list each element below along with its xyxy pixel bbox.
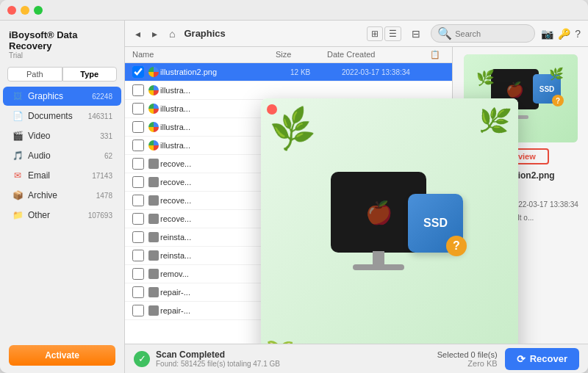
chrome-icon-5 xyxy=(148,140,159,151)
graphics-icon: 🖼 xyxy=(12,90,24,102)
file-size-1: 12 KB xyxy=(290,68,342,76)
maximize-button[interactable] xyxy=(34,6,43,15)
modal-close-button[interactable] xyxy=(267,104,277,115)
minimize-button[interactable] xyxy=(21,6,29,15)
chrome-icon-4 xyxy=(148,122,159,132)
file-checkbox-10[interactable] xyxy=(132,231,144,243)
sidebar-item-documents[interactable]: 📄 Documents 146311 xyxy=(3,106,121,126)
ssd-question-icon: ? xyxy=(446,236,467,256)
scan-complete-icon: ✓ xyxy=(134,351,150,367)
toolbar-title: Graphics xyxy=(184,28,225,39)
titlebar xyxy=(0,0,588,21)
forward-button[interactable]: ▸ xyxy=(149,26,160,41)
sidebar-item-other[interactable]: 📁 Other 107693 xyxy=(3,206,121,225)
imac-stand xyxy=(373,251,384,266)
col-size-header: Size xyxy=(276,50,327,59)
documents-icon: 📄 xyxy=(12,110,24,122)
list-view-button[interactable]: ☰ xyxy=(384,26,401,41)
sidebar-items-list: 🖼 Graphics 62248 📄 Documents 146311 🎬 Vi… xyxy=(0,86,124,338)
file-checkbox-7[interactable] xyxy=(132,176,144,188)
date-value: 2022-03-17 13:38:34 xyxy=(510,198,578,211)
chrome-icon-1 xyxy=(148,67,159,77)
content-area: ◂ ▸ ⌂ Graphics ⊞ ☰ ⊟ 🔍 📷 🔑 ? xyxy=(125,21,588,373)
sidebar-item-audio[interactable]: 🎵 Audio 62 xyxy=(3,146,121,165)
sidebar: iBoysoft® Data Recovery Trial Path Type … xyxy=(0,21,125,373)
search-icon: 🔍 xyxy=(437,26,452,40)
search-box: 🔍 xyxy=(431,24,535,43)
file-date-1: 2022-03-17 13:38:34 xyxy=(342,68,445,76)
recovery-icon-11 xyxy=(148,250,159,261)
modal-image: 🌿 🌿 🌱 SSD ? xyxy=(261,98,518,344)
file-checkbox-4[interactable] xyxy=(132,121,144,133)
brand-name: iBoysoft® Data Recovery xyxy=(9,29,115,51)
sidebar-item-graphics[interactable]: 🖼 Graphics 62248 xyxy=(3,87,121,106)
file-row[interactable]: illustra... xyxy=(125,82,452,100)
file-checkbox-13[interactable] xyxy=(132,286,144,298)
file-checkbox-14[interactable] xyxy=(132,305,144,316)
camera-icon-button[interactable]: 📷 xyxy=(541,28,553,40)
close-button[interactable] xyxy=(7,6,16,15)
search-input[interactable] xyxy=(455,29,528,38)
activate-section: Activate xyxy=(0,338,124,373)
scan-title: Scan Completed xyxy=(156,350,280,360)
ssd-illustration: SSD ? xyxy=(408,194,463,253)
tab-type[interactable]: Type xyxy=(62,67,118,82)
imac-base xyxy=(353,264,404,270)
audio-icon: 🎵 xyxy=(12,150,24,162)
sidebar-item-email[interactable]: ✉ Email 17143 xyxy=(3,166,121,185)
help-icon-button[interactable]: ? xyxy=(575,28,581,40)
ssd-label: SSD xyxy=(423,217,448,230)
file-checkbox-1[interactable] xyxy=(132,66,144,78)
file-checkbox-8[interactable] xyxy=(132,195,144,206)
toolbar-right-icons: 📷 🔑 ? xyxy=(541,28,581,40)
recover-label: Recover xyxy=(530,353,567,364)
view-toggle: ⊞ ☰ xyxy=(367,26,401,41)
recovery-icon-13 xyxy=(148,287,159,297)
sidebar-item-video[interactable]: 🎬 Video 331 xyxy=(3,126,121,145)
file-checkbox-6[interactable] xyxy=(132,158,144,170)
key-icon-button[interactable]: 🔑 xyxy=(558,28,570,40)
file-list-header: Name Size Date Created 📋 xyxy=(125,47,452,63)
sidebar-count-archive: 1478 xyxy=(96,192,112,200)
file-checkbox-5[interactable] xyxy=(132,140,144,151)
selected-size: Zero KB xyxy=(437,359,498,368)
file-checkbox-3[interactable] xyxy=(132,103,144,115)
recover-circle-icon: ⟳ xyxy=(517,353,526,365)
file-area: Name Size Date Created 📋 illustration2.p… xyxy=(125,47,588,344)
file-name-1: illustration2.png xyxy=(160,68,290,76)
tab-path[interactable]: Path xyxy=(7,67,62,82)
recover-button[interactable]: ⟳ Recover xyxy=(505,348,579,370)
toolbar: ◂ ▸ ⌂ Graphics ⊞ ☰ ⊟ 🔍 📷 🔑 ? xyxy=(125,21,588,47)
video-icon: 🎬 xyxy=(12,130,24,142)
file-checkbox-11[interactable] xyxy=(132,250,144,261)
brand-trial: Trial xyxy=(9,51,115,59)
sidebar-label-video: Video xyxy=(28,131,100,141)
recovery-icon-10 xyxy=(148,232,159,242)
file-checkbox-12[interactable] xyxy=(132,268,144,280)
sidebar-label-email: Email xyxy=(28,170,92,181)
chrome-icon-2 xyxy=(148,85,159,95)
email-icon: ✉ xyxy=(12,170,24,181)
grid-view-button[interactable]: ⊞ xyxy=(367,26,383,41)
sidebar-label-archive: Archive xyxy=(28,190,96,200)
archive-icon: 📦 xyxy=(12,189,24,201)
filter-button[interactable]: ⊟ xyxy=(407,26,425,41)
col-date-header: Date Created xyxy=(327,50,430,59)
recovery-icon-12 xyxy=(148,269,159,279)
activate-button[interactable]: Activate xyxy=(9,345,115,366)
sidebar-count-audio: 62 xyxy=(104,152,112,160)
sidebar-item-archive[interactable]: 📦 Archive 1478 xyxy=(3,186,121,205)
back-button[interactable]: ◂ xyxy=(132,26,143,41)
sidebar-label-audio: Audio xyxy=(28,151,104,161)
home-button[interactable]: ⌂ xyxy=(166,26,178,41)
file-row[interactable]: illustration2.png 12 KB 2022-03-17 13:38… xyxy=(125,63,452,82)
brand-area: iBoysoft® Data Recovery Trial xyxy=(0,21,124,62)
sidebar-label-other: Other xyxy=(28,210,88,220)
leaf-tr-icon: 🌿 xyxy=(476,103,513,138)
file-checkbox-2[interactable] xyxy=(132,84,144,96)
sidebar-tab-switcher: Path Type xyxy=(0,62,124,86)
preview-modal: 🌿 🌿 🌱 SSD ? xyxy=(261,98,518,344)
recovery-icon-9 xyxy=(148,214,159,224)
file-checkbox-9[interactable] xyxy=(132,213,144,225)
scan-status: Scan Completed Found: 581425 file(s) tot… xyxy=(156,350,280,368)
